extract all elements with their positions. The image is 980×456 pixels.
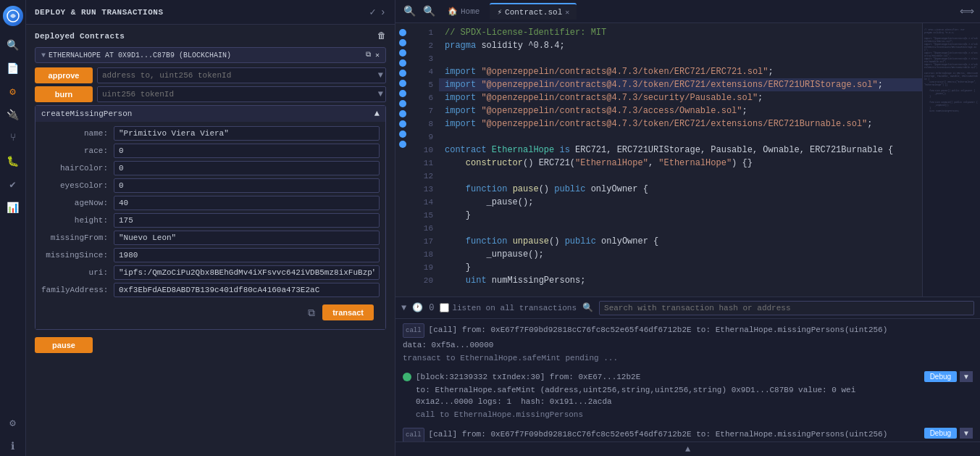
success-dot-2 [403, 373, 411, 381]
sidebar-icon-analytics[interactable]: 📊 [3, 197, 23, 217]
copy-abi-button[interactable]: ⧉ [305, 305, 318, 320]
burn-input[interactable] [97, 86, 386, 102]
field-row-familyaddress: familyAddress: [41, 283, 380, 297]
create-missing-person-section: createMissingPerson ▲ name: race: hairCo… [35, 105, 386, 330]
approve-input[interactable] [97, 67, 386, 83]
forward-icon[interactable]: › [380, 7, 386, 18]
listen-checkbox-wrapper: listen on all transactions [440, 303, 577, 312]
trash-icon[interactable]: 🗑 [377, 30, 386, 41]
eyescolor-input[interactable] [114, 178, 380, 193]
editor-console-split: 1 2 3 4 5 6 7 8 9 10 11 12 13 14 15 16 1… [395, 23, 980, 456]
burn-row: burn ▼ [35, 86, 386, 102]
console-search-input[interactable] [599, 301, 974, 315]
deployed-section: Deployed Contracts 🗑 ▼ ETHERNALHOPE AT 0… [26, 25, 395, 456]
approve-button[interactable]: approve [35, 67, 93, 83]
burn-button[interactable]: burn [35, 86, 93, 102]
field-row-height: height: [41, 213, 380, 228]
height-input[interactable] [114, 213, 380, 228]
console-expand-icon[interactable]: ▼ [401, 303, 406, 313]
console-entry-3: call [call] from: 0xE67f7F09bd92818cC76f… [403, 428, 973, 442]
debug-arrow-2[interactable]: ▼ [960, 371, 973, 382]
debug-button-3[interactable]: Debug [924, 428, 957, 439]
zoom-in-icon[interactable]: 🔍 [421, 4, 437, 19]
expand-arrows-icon[interactable]: ⟺ [960, 5, 974, 17]
field-row-eyescolor: eyesColor: [41, 178, 380, 193]
console-content: call [call] from: 0xE67f7F09bd92818cC76f… [395, 319, 980, 442]
code-line-10: contract EthernalHope is ERC721, ERC721U… [439, 144, 922, 157]
code-line-5: import "@openzeppelin/contracts@4.7.3/to… [439, 78, 922, 91]
pause-button[interactable]: pause [35, 337, 93, 353]
sidebar-icon-plugin[interactable]: 🔌 [3, 104, 23, 125]
close-icon[interactable]: ✕ [375, 51, 380, 59]
missingsince-input[interactable] [114, 248, 380, 262]
agenow-label: ageNow: [41, 199, 114, 207]
panel-title: DEPLOY & RUN TRANSACTIONS [35, 8, 164, 17]
panel-header-icons: ✓ › [369, 6, 386, 18]
code-line-14: _pause(); [439, 196, 922, 209]
chevron-down-icon[interactable]: ▼ [41, 51, 46, 59]
bottom-expand-arrow[interactable]: ▲ [395, 442, 980, 456]
name-input[interactable] [114, 126, 380, 141]
contract-row-icons: ⧉ ✕ [366, 51, 380, 59]
sidebar-icon-deploy[interactable]: ⚙ [3, 81, 23, 101]
line-num-8: 8 [410, 117, 433, 130]
familyaddress-input[interactable] [114, 283, 380, 297]
code-content[interactable]: // SPDX-License-Identifier: MIT pragma s… [439, 23, 922, 297]
code-line-1: // SPDX-License-Identifier: MIT [439, 26, 922, 39]
zoom-out-icon[interactable]: 🔍 [401, 4, 418, 19]
line-num-3: 3 [410, 52, 433, 65]
entry-2-extra: call to EthernalHope.missingPersons [416, 409, 918, 420]
tab-close-icon[interactable]: ✕ [565, 8, 569, 17]
tab-contract-label: Contract.sol [505, 8, 562, 17]
sidebar-icon-git[interactable]: ⑂ [3, 128, 23, 148]
check-icon[interactable]: ✓ [369, 6, 375, 18]
minimap-content: // SPDX-License-Identifier: MIT pragma s… [923, 23, 980, 297]
eyescolor-label: eyesColor: [41, 181, 114, 190]
approve-input-wrapper: ▼ [97, 67, 386, 83]
sidebar-icon-search[interactable]: 🔍 [3, 35, 23, 55]
console-entry-1: call [call] from: 0xE67f7F09bd92818cC76f… [403, 323, 973, 364]
console-toolbar: ▼ 🕐 0 listen on all transactions 🔍 [395, 297, 980, 319]
listen-checkbox[interactable] [440, 303, 449, 312]
debug-button-2[interactable]: Debug [924, 371, 957, 382]
transact-button[interactable]: transact [322, 304, 374, 320]
editor-tabs: 🔍 🔍 🏠 Home ⚡ Contract.sol ✕ ⟺ [395, 0, 980, 23]
gutter-dot-6 [399, 80, 406, 87]
missingfrom-input[interactable] [114, 231, 380, 245]
approve-row: approve ▼ [35, 67, 386, 83]
call-badge-3: call [403, 428, 424, 442]
line-num-18: 18 [410, 248, 433, 261]
sidebar-icon-test[interactable]: ✔ [3, 174, 23, 194]
console-search-icon[interactable]: 🔍 [582, 302, 593, 313]
app-logo [3, 6, 23, 26]
tab-home[interactable]: 🏠 Home [440, 4, 487, 19]
entry-2-detail2: 0x1a2...0000 logs: 1 hash: 0x191...2acda [416, 396, 918, 407]
gutter-dot-5 [399, 70, 406, 77]
race-input[interactable] [114, 144, 380, 158]
gutter-dot-4 [399, 59, 406, 67]
agenow-input[interactable] [114, 196, 380, 210]
entry-3-with-debug: call [call] from: 0xE67f7F09bd92818cC76f… [403, 428, 973, 442]
deployed-title: Deployed Contracts [35, 32, 125, 41]
listen-label: listen on all transactions [452, 304, 577, 312]
left-panel: DEPLOY & RUN TRANSACTIONS ✓ › Deployed C… [26, 0, 395, 456]
line-num-13: 13 [410, 183, 433, 196]
copy-icon[interactable]: ⧉ [366, 51, 371, 59]
line-num-4: 4 [410, 65, 433, 78]
sidebar-icon-debug[interactable]: 🐛 [3, 151, 23, 171]
console-clock-icon[interactable]: 🕐 [412, 302, 423, 313]
deployed-header-icons: 🗑 [377, 30, 386, 41]
sidebar-icon-settings[interactable]: ⚙ [3, 413, 23, 433]
uri-input[interactable] [114, 265, 380, 280]
sidebar-icon-files[interactable]: 📄 [3, 58, 23, 78]
sidebar-icon-info[interactable]: ℹ [3, 436, 23, 456]
code-line-3 [439, 52, 922, 65]
haircolor-input[interactable] [114, 161, 380, 175]
code-line-6: import "@openzeppelin/contracts@4.7.3/se… [439, 91, 922, 104]
debug-arrow-3[interactable]: ▼ [960, 428, 973, 439]
create-header[interactable]: createMissingPerson ▲ [35, 106, 385, 122]
entry-2-detail1: to: EthernalHope.safeMint (address,uint2… [416, 384, 918, 396]
tab-contract[interactable]: ⚡ Contract.sol ✕ [490, 3, 577, 20]
field-row-race: race: [41, 144, 380, 158]
line-num-11: 11 [410, 157, 433, 170]
